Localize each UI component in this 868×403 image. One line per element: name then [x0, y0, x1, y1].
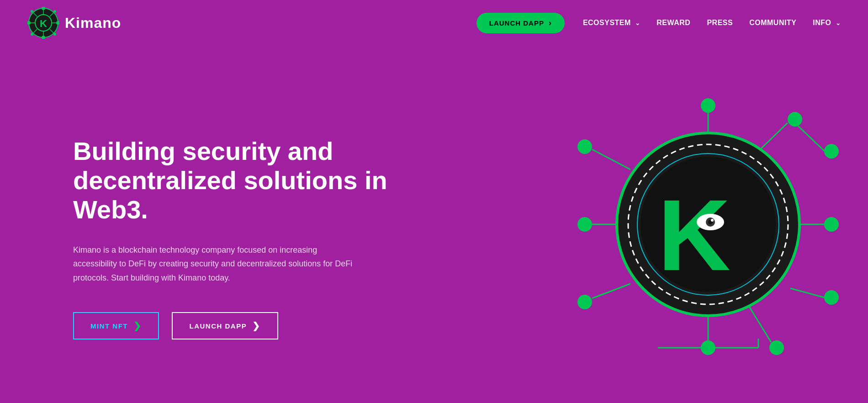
- svg-point-29: [769, 340, 784, 355]
- svg-point-35: [577, 217, 592, 232]
- nav-link-info[interactable]: INFO ⌄: [813, 19, 841, 27]
- svg-point-25: [824, 217, 839, 232]
- svg-point-37: [577, 139, 592, 154]
- nav-link-ecosystem[interactable]: ECOSYSTEM ⌄: [583, 19, 640, 27]
- logo-text: Kimano: [65, 15, 121, 32]
- svg-point-19: [701, 98, 715, 113]
- launch-dapp-nav-arrow-icon: ›: [549, 18, 552, 28]
- hero-description: Kimano is a blockchain technology compan…: [73, 243, 356, 285]
- svg-point-47: [711, 219, 714, 222]
- svg-point-27: [824, 290, 839, 305]
- svg-point-33: [577, 295, 592, 309]
- nav-item-info[interactable]: INFO ⌄: [813, 19, 841, 27]
- hero-buttons: MINT NFT ❯ LAUNCH DAPP ❯: [73, 312, 393, 339]
- mint-nft-arrow-icon: ❯: [133, 320, 142, 331]
- svg-line-38: [592, 149, 630, 170]
- svg-text:K: K: [40, 18, 47, 29]
- nav-item-reward[interactable]: REWARD: [656, 19, 690, 27]
- launch-dapp-hero-arrow-icon: ❯: [252, 320, 261, 331]
- launch-dapp-hero-button[interactable]: LAUNCH DAPP ❯: [172, 312, 278, 339]
- svg-line-34: [592, 284, 630, 298]
- hero-title: Building security and decentralized solu…: [73, 137, 393, 225]
- hero-content: Building security and decentralized solu…: [73, 137, 393, 340]
- nav-link-community[interactable]: COMMUNITY: [749, 19, 796, 27]
- svg-point-21: [788, 112, 802, 127]
- network-svg: K: [576, 92, 841, 357]
- navbar: K Kimano LAUNCH DAPP › ECOSYSTEM ⌄ REWAR…: [0, 0, 868, 46]
- svg-point-23: [824, 144, 839, 159]
- hero-section: Building security and decentralized solu…: [0, 46, 868, 403]
- nav-item-community[interactable]: COMMUNITY: [749, 19, 796, 27]
- svg-point-5: [31, 10, 33, 13]
- mint-nft-button[interactable]: MINT NFT ❯: [73, 312, 159, 339]
- hero-graphic: K: [576, 92, 841, 357]
- info-dropdown-icon: ⌄: [836, 20, 841, 27]
- launch-dapp-hero-label: LAUNCH DAPP: [189, 322, 247, 330]
- svg-line-24: [795, 123, 825, 151]
- nav-item-press[interactable]: PRESS: [707, 19, 733, 27]
- svg-line-30: [749, 307, 771, 342]
- nav-item-ecosystem[interactable]: ECOSYSTEM ⌄: [583, 19, 640, 27]
- svg-point-8: [31, 33, 33, 36]
- svg-line-28: [790, 288, 824, 297]
- svg-point-6: [53, 10, 56, 13]
- logo-icon: K: [27, 7, 59, 39]
- nav-links: ECOSYSTEM ⌄ REWARD PRESS COMMUNITY: [583, 19, 841, 27]
- launch-dapp-nav-button[interactable]: LAUNCH DAPP ›: [476, 13, 565, 33]
- svg-point-7: [53, 33, 56, 36]
- launch-dapp-nav-label: LAUNCH DAPP: [489, 19, 544, 27]
- nav-right: LAUNCH DAPP › ECOSYSTEM ⌄ REWARD PRESS: [476, 13, 841, 33]
- mint-nft-label: MINT NFT: [90, 322, 128, 330]
- svg-line-22: [758, 123, 788, 151]
- logo[interactable]: K Kimano: [27, 7, 121, 39]
- nav-link-reward[interactable]: REWARD: [656, 19, 690, 27]
- svg-text:K: K: [658, 179, 730, 292]
- nav-link-press[interactable]: PRESS: [707, 19, 733, 27]
- ecosystem-dropdown-icon: ⌄: [635, 20, 640, 27]
